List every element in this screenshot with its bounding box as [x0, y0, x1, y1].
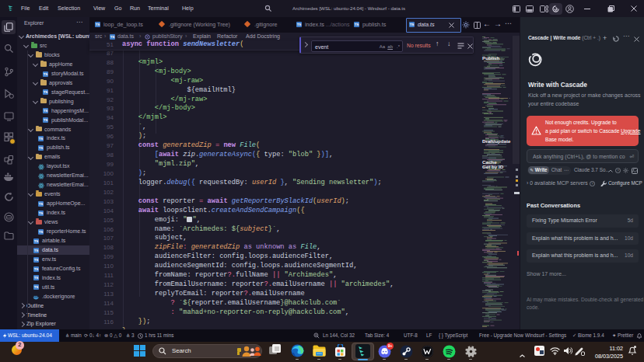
svg-text:?: ?: [617, 169, 619, 172]
svg-text:?: ?: [591, 182, 593, 186]
